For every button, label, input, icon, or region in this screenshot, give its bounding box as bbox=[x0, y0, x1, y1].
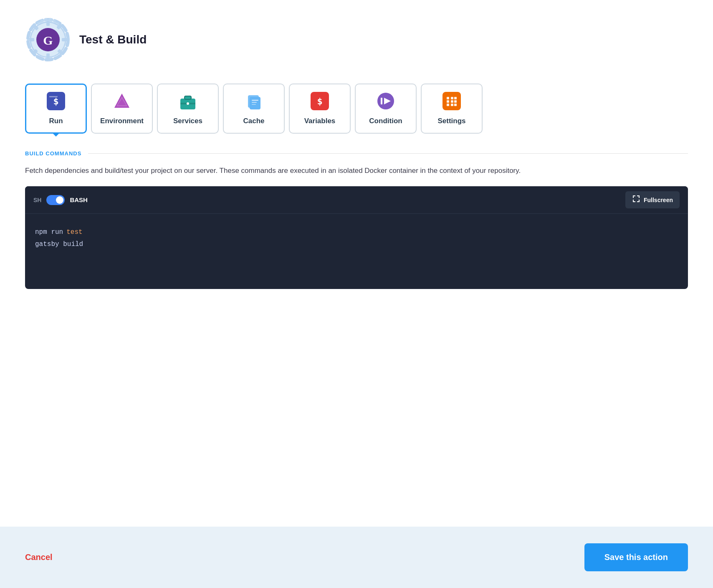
page-header: G Test & Build bbox=[25, 17, 688, 63]
svg-text:$: $ bbox=[53, 96, 58, 106]
svg-rect-49 bbox=[639, 200, 640, 202]
tab-settings-label: Settings bbox=[437, 117, 465, 125]
svg-rect-4 bbox=[29, 38, 34, 41]
svg-rect-39 bbox=[447, 104, 449, 106]
shell-toggle-switch[interactable] bbox=[46, 195, 65, 205]
svg-rect-19 bbox=[185, 96, 191, 99]
logo: G bbox=[25, 17, 71, 63]
svg-rect-31 bbox=[381, 98, 382, 104]
tab-condition-label: Condition bbox=[369, 117, 402, 125]
variables-icon: $ bbox=[311, 92, 329, 113]
svg-rect-14 bbox=[49, 96, 58, 97]
shell-toggle: SH BASH bbox=[33, 195, 88, 205]
svg-rect-23 bbox=[250, 97, 260, 109]
sh-label: SH bbox=[33, 197, 41, 203]
tab-condition[interactable]: Condition bbox=[355, 84, 417, 134]
save-button[interactable]: Save this action bbox=[584, 543, 688, 571]
svg-text:G: G bbox=[43, 33, 53, 47]
code-area[interactable]: npm run test gatsby build bbox=[25, 214, 688, 289]
svg-rect-5 bbox=[62, 38, 67, 41]
section-title: BUILD COMMANDS bbox=[25, 150, 81, 157]
tab-environment-label: Environment bbox=[100, 117, 144, 125]
svg-rect-37 bbox=[451, 100, 453, 103]
tab-run-label: Run bbox=[49, 117, 63, 125]
svg-rect-24 bbox=[252, 100, 258, 101]
svg-text:$: $ bbox=[317, 96, 322, 106]
page-title: Test & Build bbox=[79, 33, 147, 46]
tab-variables[interactable]: $ Variables bbox=[289, 84, 351, 134]
code-line-2: gatsby build bbox=[35, 238, 678, 251]
tab-environment[interactable]: Environment bbox=[91, 84, 153, 134]
svg-rect-38 bbox=[454, 100, 457, 103]
fullscreen-button[interactable]: Fullscreen bbox=[625, 191, 680, 208]
environment-icon bbox=[113, 92, 131, 113]
svg-rect-3 bbox=[46, 53, 50, 58]
code-editor: SH BASH bbox=[25, 186, 688, 289]
svg-rect-25 bbox=[252, 102, 257, 103]
svg-point-21 bbox=[187, 102, 189, 105]
run-icon: $ bbox=[47, 92, 65, 113]
section-divider bbox=[88, 153, 688, 154]
page-footer: Cancel Save this action bbox=[0, 527, 713, 588]
tab-services-label: Services bbox=[173, 117, 202, 125]
svg-rect-35 bbox=[454, 97, 457, 99]
editor-toolbar: SH BASH bbox=[25, 186, 688, 214]
condition-icon bbox=[377, 92, 395, 113]
tab-cache-label: Cache bbox=[243, 117, 264, 125]
svg-rect-26 bbox=[252, 104, 256, 105]
fullscreen-icon bbox=[632, 195, 640, 205]
svg-rect-33 bbox=[447, 97, 449, 99]
svg-rect-43 bbox=[633, 195, 634, 198]
svg-rect-36 bbox=[447, 100, 449, 103]
svg-rect-2 bbox=[46, 21, 50, 26]
tab-variables-label: Variables bbox=[304, 117, 336, 125]
fullscreen-label: Fullscreen bbox=[644, 197, 673, 203]
section-description: Fetch dependencies and build/test your p… bbox=[25, 165, 688, 176]
tab-cache[interactable]: Cache bbox=[223, 84, 285, 134]
tab-services[interactable]: Services bbox=[157, 84, 219, 134]
svg-rect-40 bbox=[451, 104, 453, 106]
tab-bar: $ Run Environment bbox=[25, 84, 688, 134]
cancel-button[interactable]: Cancel bbox=[25, 553, 53, 562]
tab-run[interactable]: $ Run bbox=[25, 84, 87, 134]
code-line-1: npm run test bbox=[35, 226, 678, 238]
settings-icon bbox=[442, 92, 461, 113]
svg-rect-45 bbox=[639, 195, 640, 198]
svg-rect-47 bbox=[633, 200, 634, 202]
svg-rect-34 bbox=[451, 97, 453, 99]
bash-label: BASH bbox=[70, 196, 88, 203]
services-icon bbox=[179, 92, 197, 113]
svg-rect-41 bbox=[454, 104, 457, 106]
tab-settings[interactable]: Settings bbox=[421, 84, 483, 134]
section-header: BUILD COMMANDS bbox=[25, 150, 688, 157]
cache-icon bbox=[245, 92, 263, 113]
